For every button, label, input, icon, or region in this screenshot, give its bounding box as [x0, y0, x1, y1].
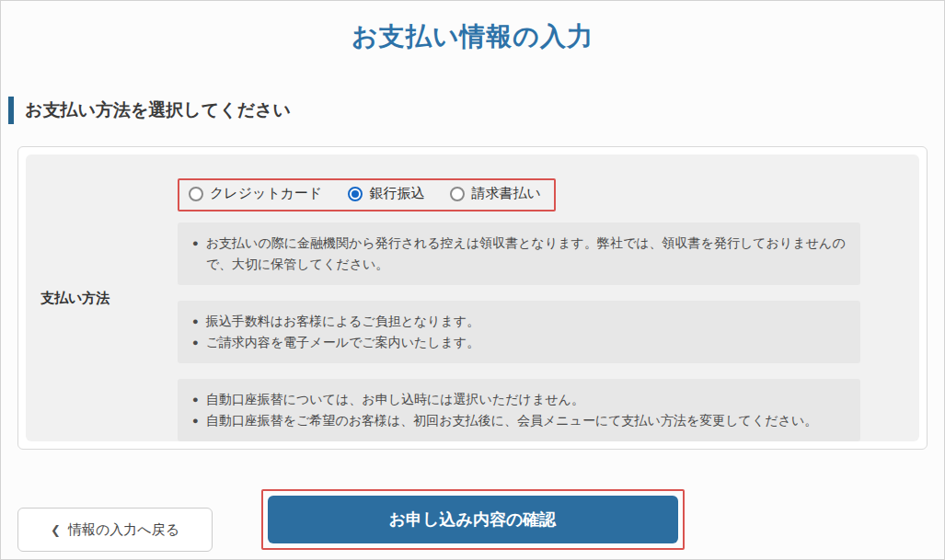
- note-text: お支払いの際に金融機関から発行される控えは領収書となります。弊社では、領収書を発…: [206, 233, 846, 275]
- payment-method-content-column: クレジットカード銀行振込請求書払い ●お支払いの際に金融機関から発行される控えは…: [178, 154, 919, 441]
- note-text: 自動口座振替をご希望のお客様は、初回お支払後に、会員メニューにて支払い方法を変更…: [206, 410, 818, 431]
- bullet-icon: ●: [192, 389, 199, 410]
- section-heading: お支払い方法を選択してください: [8, 97, 944, 124]
- note-item: ●自動口座振替をご希望のお客様は、初回お支払後に、会員メニューにて支払い方法を変…: [192, 410, 846, 431]
- note-box-0: ●お支払いの際に金融機関から発行される控えは領収書となります。弊社では、領収書を…: [178, 223, 860, 285]
- note-box-1: ●振込手数料はお客様によるご負担となります。●ご請求内容を電子メールでご案内いた…: [178, 301, 860, 363]
- back-button[interactable]: ❮ 情報の入力へ戻る: [17, 508, 213, 552]
- payment-method-radio-group: クレジットカード銀行振込請求書払い: [189, 185, 541, 202]
- payment-notes: ●お支払いの際に金融機関から発行される控えは領収書となります。弊社では、領収書を…: [178, 223, 860, 442]
- bullet-icon: ●: [192, 410, 199, 431]
- radio-option-label[interactable]: 銀行振込: [369, 185, 424, 202]
- payment-method-panel: 支払い方法 クレジットカード銀行振込請求書払い ●お支払いの際に金融機関から発行…: [26, 154, 919, 441]
- radio-option-0[interactable]: クレジットカード: [189, 185, 322, 202]
- note-item: ●ご請求内容を電子メールでご案内いたします。: [192, 332, 846, 353]
- page-title: お支払い情報の入力: [1, 19, 944, 54]
- note-item: ●お支払いの際に金融機関から発行される控えは領収書となります。弊社では、領収書を…: [192, 233, 846, 275]
- payment-method-card: 支払い方法 クレジットカード銀行振込請求書払い ●お支払いの際に金融機関から発行…: [17, 146, 928, 450]
- note-item: ●振込手数料はお客様によるご負担となります。: [192, 311, 846, 332]
- radio-option-label[interactable]: クレジットカード: [210, 185, 322, 202]
- payment-page: お支払い情報の入力 お支払い方法を選択してください 支払い方法 クレジットカード…: [0, 0, 945, 560]
- payment-method-label-column: 支払い方法: [26, 154, 178, 441]
- radio-group-highlight-box: クレジットカード銀行振込請求書払い: [178, 178, 556, 211]
- chevron-left-icon: ❮: [51, 523, 61, 537]
- note-text: ご請求内容を電子メールでご案内いたします。: [206, 332, 480, 353]
- footer-actions: ❮ 情報の入力へ戻る お申し込み内容の確認: [17, 489, 928, 554]
- payment-method-row-label: 支払い方法: [40, 290, 109, 307]
- bullet-icon: ●: [192, 311, 199, 332]
- bullet-icon: ●: [192, 233, 199, 275]
- radio-selected-icon[interactable]: [348, 187, 363, 201]
- bullet-icon: ●: [192, 332, 199, 353]
- note-box-2: ●自動口座振替については、お申し込時には選択いただけません。●自動口座振替をご希…: [178, 379, 860, 441]
- note-text: 自動口座振替については、お申し込時には選択いただけません。: [206, 389, 584, 410]
- confirm-button[interactable]: お申し込み内容の確認: [268, 496, 678, 543]
- radio-option-2[interactable]: 請求書払い: [450, 185, 540, 202]
- confirm-button-highlight-box: お申し込み内容の確認: [261, 489, 685, 550]
- note-item: ●自動口座振替については、お申し込時には選択いただけません。: [192, 389, 846, 410]
- back-button-label: 情報の入力へ戻る: [68, 521, 179, 539]
- radio-dot: [351, 190, 359, 198]
- radio-option-label[interactable]: 請求書払い: [471, 185, 540, 202]
- radio-unselected-icon[interactable]: [189, 187, 203, 201]
- radio-option-1[interactable]: 銀行振込: [348, 185, 424, 202]
- note-text: 振込手数料はお客様によるご負担となります。: [206, 311, 480, 332]
- radio-unselected-icon[interactable]: [450, 187, 465, 201]
